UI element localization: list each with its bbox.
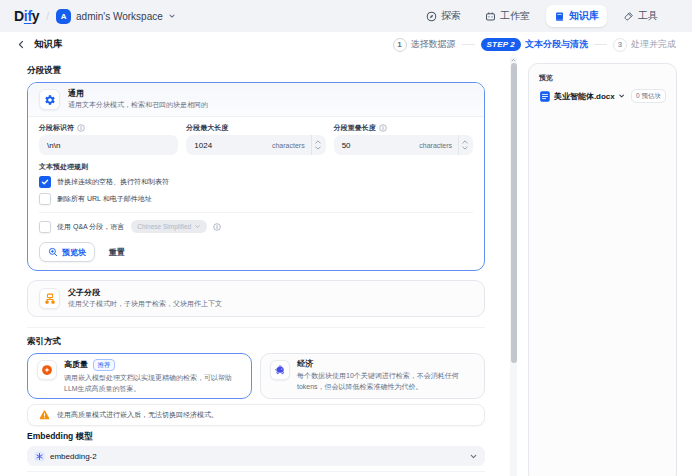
stepper-down-icon (462, 146, 468, 150)
field-max-length-label: 分段最大长度 (186, 123, 325, 132)
embedding-title: Embedding 模型 (27, 431, 485, 442)
docx-file-icon (539, 90, 551, 103)
back-label: 知识库 (34, 38, 63, 51)
preview-title: 预览 (539, 73, 666, 83)
parent-child-mode-card[interactable]: 父子分段 使用父子模式时，子块用于检索，父块用作上下文 (27, 280, 485, 317)
max-length-stepper[interactable] (311, 135, 324, 155)
step-1: 1 选择数据源 (393, 38, 456, 52)
embedding-model-value: embedding-2 (50, 452, 97, 461)
logo-separator: / (46, 11, 49, 22)
workspace-name: admin's Workspace (76, 11, 163, 22)
parent-child-title: 父子分段 (68, 288, 222, 298)
nav-tools-label: 工具 (638, 9, 658, 23)
step-1-number: 1 (393, 38, 407, 52)
scrollbar-thumb[interactable] (511, 63, 517, 363)
piggy-bank-icon (274, 364, 286, 376)
nav-explore[interactable]: 探索 (418, 5, 469, 27)
step-2-label: 文本分段与清洗 (525, 38, 588, 51)
back-button[interactable]: 知识库 (16, 38, 63, 51)
main-nav: 探索 工作室 知识库 工具 (418, 5, 666, 27)
checkbox-unchecked[interactable] (39, 193, 51, 205)
stepper-up-icon (462, 140, 468, 144)
scrollbar-up-arrow[interactable] (511, 58, 516, 62)
nav-studio[interactable]: 工作室 (477, 5, 538, 27)
wizard-steps: 1 选择数据源 STEP 2 文本分段与清洗 3 处理并完成 (393, 38, 676, 52)
option-economical[interactable]: 经济 每个数据块使用10个关键词进行检索，不会消耗任何tokens，但会以降低检… (260, 353, 485, 399)
step-separator (462, 44, 475, 45)
nav-knowledge-label: 知识库 (569, 9, 599, 23)
rule-remove-urls-label: 删除所有 URL 和电子邮件地址 (57, 193, 152, 205)
overlap-input[interactable]: 50 characters (334, 135, 473, 155)
general-description: 通用文本分块模式，检索和召回的块是相同的 (68, 100, 208, 110)
workspace-switcher[interactable]: A admin's Workspace (56, 9, 176, 24)
rule-replace-whitespace[interactable]: 替换掉连续的空格、换行符和制表符 (39, 176, 473, 188)
parent-child-text: 父子分段 使用父子模式时，子块用于检索，父块用作上下文 (68, 288, 222, 309)
knowledge-icon (554, 11, 565, 22)
info-icon (213, 223, 221, 231)
overlap-value: 50 (342, 141, 351, 150)
logo-d: D (14, 8, 24, 24)
chevron-down-icon[interactable] (618, 92, 625, 100)
nav-knowledge[interactable]: 知识库 (546, 5, 607, 27)
general-actions: 预览块 重置 (39, 242, 473, 262)
max-length-input[interactable]: 1024 characters (186, 135, 325, 155)
stepper-down-icon (315, 146, 321, 150)
option-high-quality[interactable]: 高质量 推荐 调用嵌入模型处理文档以实现更精确的检索，可以帮助LLM生成高质量的… (27, 353, 252, 399)
overlap-stepper[interactable] (458, 135, 471, 155)
divider (39, 212, 473, 213)
parent-child-description: 使用父子模式时，子块用于检索，父块用作上下文 (68, 299, 222, 309)
subheader: 知识库 1 选择数据源 STEP 2 文本分段与清洗 3 处理并完成 (0, 32, 692, 57)
logo-if: if (24, 8, 32, 24)
general-icon-box (39, 89, 60, 110)
rule-replace-whitespace-label: 替换掉连续的空格、换行符和制表符 (57, 176, 169, 188)
nav-tools[interactable]: 工具 (615, 5, 666, 27)
field-delimiter: 分段标识符 \n\n (39, 123, 178, 155)
high-quality-title-row: 高质量 推荐 (64, 359, 242, 371)
back-arrow-icon (16, 39, 27, 50)
field-max-length: 分段最大长度 1024 characters (186, 123, 325, 155)
workspace-avatar: A (56, 9, 71, 24)
chevron-down-icon (168, 12, 176, 20)
info-icon (379, 124, 387, 132)
high-quality-description: 调用嵌入模型处理文档以实现更精确的检索，可以帮助LLM生成高质量的答案。 (64, 372, 242, 394)
high-quality-text: 高质量 推荐 调用嵌入模型处理文档以实现更精确的检索，可以帮助LLM生成高质量的… (64, 357, 242, 394)
warning-icon (39, 410, 50, 420)
general-mode-card[interactable]: 通用 通用文本分块模式，检索和召回的块是相同的 分段标识符 \n\n 分段最大长… (27, 82, 485, 271)
divider (27, 471, 485, 472)
settings-panel: 分段设置 通用 通用文本分块模式，检索和召回的块是相同的 分段标识符 \n\n (0, 57, 511, 476)
step-1-label: 选择数据源 (411, 38, 456, 51)
section-divider (27, 327, 485, 328)
qa-checkbox[interactable] (39, 221, 51, 233)
parent-child-icon (44, 293, 56, 305)
rule-remove-urls[interactable]: 删除所有 URL 和电子邮件地址 (39, 193, 473, 205)
reset-button[interactable]: 重置 (109, 247, 125, 258)
tools-icon (623, 11, 634, 22)
preview-chunk-button[interactable]: 预览块 (39, 242, 95, 262)
parent-child-icon-box (39, 288, 60, 309)
step-2-badge: STEP 2 (481, 38, 521, 51)
preview-file-name: 美业智能体.docx (554, 91, 615, 102)
embedding-model-icon (34, 451, 45, 462)
logo-y: y (32, 8, 40, 24)
scrollbar-track[interactable] (510, 57, 517, 476)
step-3: 3 处理并完成 (613, 38, 676, 52)
indexing-title: 索引方式 (27, 336, 485, 347)
general-card-body: 分段标识符 \n\n 分段最大长度 1024 characters (28, 117, 484, 270)
dify-logo[interactable]: Dify (14, 8, 39, 24)
nav-explore-label: 探索 (441, 9, 461, 23)
chevron-down-icon (469, 452, 478, 461)
checkbox-checked[interactable] (39, 176, 51, 188)
chevron-down-icon (194, 223, 201, 230)
segmentation-title: 分段设置 (27, 65, 485, 76)
embedding-model-select[interactable]: embedding-2 (27, 446, 485, 466)
economical-icon-box (270, 360, 290, 380)
qa-language-select[interactable]: Chinese Simplified (131, 220, 207, 233)
info-icon (77, 124, 85, 132)
studio-icon (485, 11, 496, 22)
preview-file-row: 美业智能体.docx 0 预估块 (539, 89, 666, 103)
field-overlap-label: 分段重叠长度 (334, 123, 473, 132)
general-title: 通用 (68, 89, 208, 99)
max-length-value: 1024 (194, 141, 212, 150)
delimiter-input[interactable]: \n\n (39, 135, 178, 155)
segment-fields: 分段标识符 \n\n 分段最大长度 1024 characters (39, 123, 473, 155)
